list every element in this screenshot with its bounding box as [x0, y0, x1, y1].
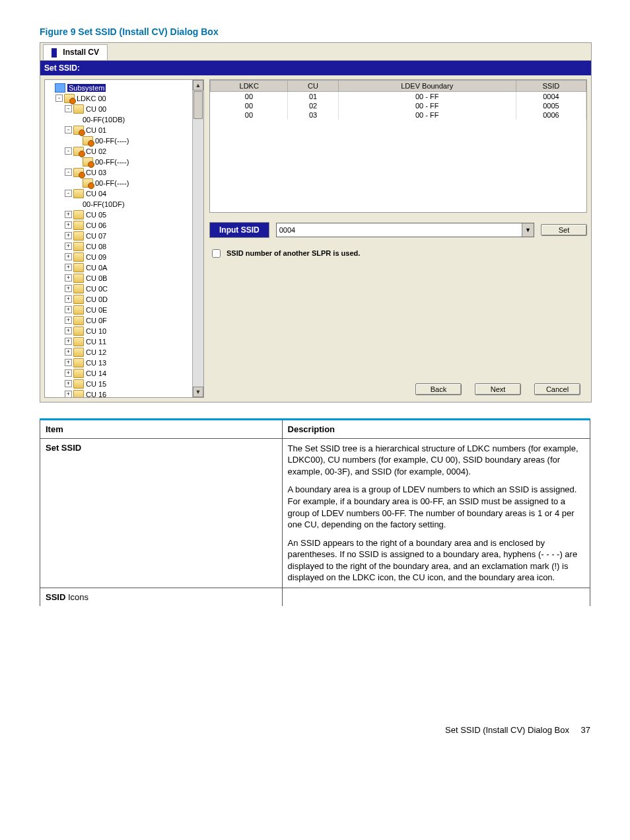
dialog-title-tab: Install CV — [43, 44, 108, 60]
expand-icon[interactable]: + — [65, 232, 72, 239]
input-ssid-label: Input SSID — [209, 222, 269, 238]
expand-icon[interactable]: + — [65, 253, 72, 260]
folder-icon — [73, 147, 84, 156]
tree-item[interactable]: +CU 0D — [46, 294, 202, 305]
tree-item[interactable]: -LDKC 00 — [46, 93, 202, 104]
tree-item[interactable]: +CU 05 — [46, 210, 202, 220]
grid-cell: 03 — [288, 110, 338, 120]
tree-item[interactable]: -CU 02 — [46, 146, 202, 157]
desc-row: SSID Icons — [40, 588, 590, 606]
ssid-input[interactable] — [277, 223, 522, 237]
tree-item-label: 00-FF(----) — [95, 158, 129, 166]
grid-header[interactable]: LDKC — [211, 80, 288, 91]
collapse-icon[interactable]: - — [65, 190, 72, 197]
expand-icon[interactable]: + — [65, 295, 72, 303]
tree-item-label: CU 03 — [86, 169, 106, 176]
tree-item[interactable]: +CU 0B — [46, 273, 202, 284]
folder-icon — [73, 168, 84, 177]
tree-item-label: CU 00 — [86, 105, 106, 113]
collapse-icon[interactable]: - — [65, 169, 72, 176]
tree-item[interactable]: 00-FF(----) — [46, 178, 202, 188]
grid-header[interactable]: SSID — [516, 80, 586, 91]
tree-item[interactable]: +CU 11 — [46, 336, 202, 347]
another-slpr-checkbox[interactable] — [212, 249, 221, 258]
scroll-up-icon[interactable]: ▲ — [193, 80, 203, 91]
expand-icon[interactable]: + — [65, 211, 72, 218]
tree-item[interactable]: 00-FF(10DF) — [46, 199, 202, 210]
cancel-button[interactable]: Cancel — [534, 383, 580, 395]
grid-row[interactable]: 000100 - FF0004 — [211, 91, 586, 101]
grid-header[interactable]: LDEV Boundary — [338, 80, 516, 91]
tree-item[interactable]: Subsystem — [46, 83, 202, 93]
tree-connector-icon — [74, 137, 81, 144]
back-button[interactable]: Back — [415, 383, 462, 395]
expand-icon[interactable]: + — [65, 221, 72, 229]
tree-item[interactable]: +CU 15 — [46, 379, 202, 389]
grid-row[interactable]: 000300 - FF0006 — [211, 110, 586, 120]
tree-item[interactable]: 00-FF(10DB) — [46, 114, 202, 125]
collapse-icon[interactable]: - — [55, 95, 63, 102]
tree-item-label: CU 15 — [86, 380, 106, 388]
expand-icon[interactable]: + — [65, 306, 72, 313]
expand-icon[interactable]: + — [65, 338, 72, 345]
tree-item[interactable]: -CU 01 — [46, 125, 202, 135]
expand-icon[interactable]: + — [65, 243, 72, 250]
expand-icon[interactable]: + — [65, 380, 72, 387]
next-button[interactable]: Next — [475, 383, 521, 395]
folder-icon — [64, 94, 75, 103]
expand-icon[interactable]: + — [65, 317, 72, 324]
tree-item[interactable]: 00-FF(----) — [46, 135, 202, 146]
tree-item[interactable]: +CU 12 — [46, 347, 202, 358]
tree-item[interactable]: +CU 0C — [46, 284, 202, 294]
grid-row[interactable]: 000200 - FF0005 — [211, 101, 586, 110]
expand-icon[interactable]: + — [65, 285, 72, 292]
ssid-combobox[interactable]: ▼ — [276, 223, 534, 237]
dialog-title: Install CV — [63, 48, 99, 57]
grid-header[interactable]: CU — [288, 80, 338, 91]
tree-item[interactable]: +CU 07 — [46, 231, 202, 241]
folder-icon — [73, 231, 84, 241]
scroll-thumb[interactable] — [193, 91, 203, 119]
collapse-icon[interactable]: - — [65, 126, 72, 134]
footer-text: Set SSID (Install CV) Dialog Box — [445, 725, 569, 735]
tree-item[interactable]: -CU 00 — [46, 104, 202, 114]
expand-icon[interactable]: + — [65, 369, 72, 377]
chevron-down-icon[interactable]: ▼ — [522, 223, 534, 237]
tree-item[interactable]: -CU 03 — [46, 167, 202, 178]
tree-item-label: 00-FF(----) — [95, 179, 129, 187]
tree-item[interactable]: +CU 10 — [46, 326, 202, 336]
expand-icon[interactable]: + — [65, 391, 72, 397]
tree-item-label: LDKC 00 — [77, 95, 106, 102]
collapse-icon[interactable]: - — [65, 105, 72, 112]
tree-item-label: CU 0E — [86, 306, 107, 314]
desc-header-item: Item — [40, 419, 283, 438]
tree-item[interactable]: +CU 06 — [46, 220, 202, 231]
expand-icon[interactable]: + — [65, 264, 72, 271]
expand-icon[interactable]: + — [65, 274, 72, 282]
tree-item[interactable]: +CU 0F — [46, 315, 202, 326]
tree-item[interactable]: 00-FF(----) — [46, 157, 202, 167]
expand-icon[interactable]: + — [65, 327, 72, 334]
dialog-title-bar: Install CV — [40, 43, 591, 61]
scroll-down-icon[interactable]: ▼ — [193, 387, 203, 397]
ssid-tree[interactable]: Subsystem-LDKC 00-CU 0000-FF(10DB)-CU 01… — [44, 79, 204, 398]
tree-item[interactable]: +CU 09 — [46, 252, 202, 262]
tree-item[interactable]: +CU 0E — [46, 305, 202, 315]
tree-item-label: CU 06 — [86, 221, 106, 229]
collapse-icon[interactable]: - — [65, 147, 72, 155]
tree-item[interactable]: +CU 13 — [46, 358, 202, 368]
tree-scrollbar[interactable]: ▲ ▼ — [192, 80, 203, 397]
ssid-grid[interactable]: LDKCCULDEV BoundarySSID 000100 - FF00040… — [209, 79, 587, 213]
tree-item[interactable]: -CU 04 — [46, 188, 202, 199]
tree-item[interactable]: +CU 16 — [46, 389, 202, 397]
tree-item-label: CU 10 — [86, 327, 106, 335]
folder-icon — [73, 263, 84, 272]
expand-icon[interactable]: + — [65, 348, 72, 356]
tree-item-label: CU 09 — [86, 253, 106, 261]
set-button[interactable]: Set — [541, 224, 587, 236]
tree-item[interactable]: +CU 08 — [46, 241, 202, 252]
tree-item[interactable]: +CU 14 — [46, 368, 202, 379]
tree-item[interactable]: +CU 0A — [46, 262, 202, 273]
expand-icon[interactable]: + — [65, 359, 72, 366]
folder-icon — [73, 189, 84, 198]
